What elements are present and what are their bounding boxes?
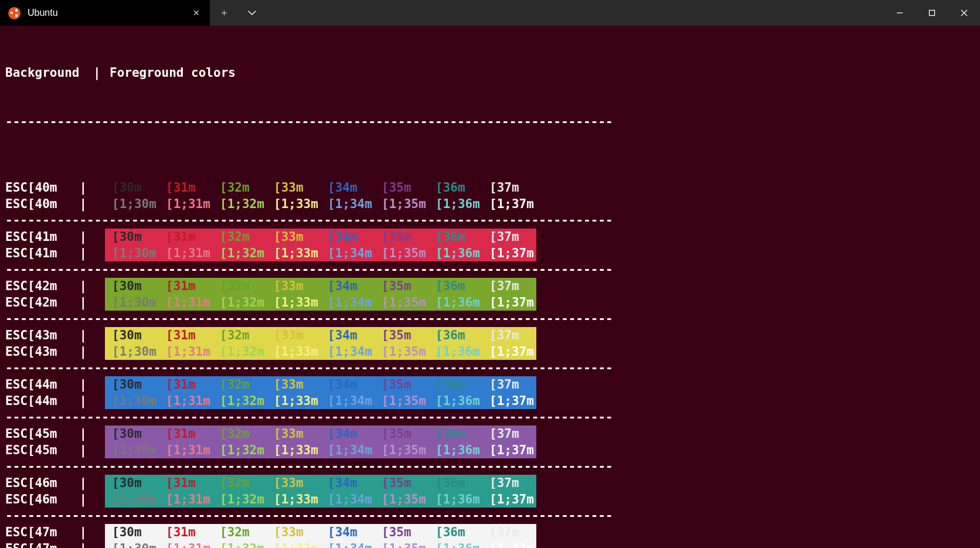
bg-strip: [30m[31m[32m[33m[34m[35m[36m[37m <box>105 524 536 540</box>
color-cell: [35m <box>375 179 428 196</box>
color-cell: [1;30m <box>105 343 159 360</box>
divider: ----------------------------------------… <box>5 311 975 327</box>
table-row: ESC[45m | [30m[31m[32m[33m[34m[35m[36m[3… <box>5 426 975 442</box>
color-cell: [1;36m <box>428 343 482 360</box>
color-cell: [1;36m <box>428 294 482 311</box>
color-cell: [37m <box>482 229 536 245</box>
color-cell: [1;36m <box>428 442 482 458</box>
color-cell: [37m <box>482 327 536 343</box>
color-cell: [35m <box>375 278 428 294</box>
color-cell: [1;35m <box>375 196 428 212</box>
color-cell: [36m <box>428 524 482 540</box>
terminal-output[interactable]: Background | Foreground colors ---------… <box>0 26 980 548</box>
color-cell: [1;32m <box>213 196 267 212</box>
color-cell: [33m <box>267 426 321 442</box>
color-cell: [33m <box>267 278 321 294</box>
divider: ----------------------------------------… <box>5 360 975 376</box>
color-cell: [1;35m <box>375 442 428 458</box>
color-cell: [32m <box>213 327 267 343</box>
color-cell: [33m <box>267 179 321 196</box>
color-cell: [1;30m <box>105 491 159 508</box>
color-cell: [33m <box>267 475 321 491</box>
bg-strip: [30m[31m[32m[33m[34m[35m[36m[37m <box>105 327 536 343</box>
color-cell: [35m <box>375 475 428 491</box>
bg-strip: [30m[31m[32m[33m[34m[35m[36m[37m <box>105 475 536 491</box>
color-cell: [1;34m <box>321 491 375 508</box>
color-cell: [1;32m <box>213 393 267 409</box>
table-row: ESC[47m | [30m[31m[32m[33m[34m[35m[36m[3… <box>5 524 975 540</box>
table-row: ESC[44m | [1;30m[1;31m[1;32m[1;33m[1;34m… <box>5 393 975 409</box>
color-cell: [1;33m <box>267 196 321 212</box>
tab-dropdown-button[interactable] <box>238 0 266 26</box>
color-cell: [30m <box>105 524 159 540</box>
color-cell: [31m <box>159 475 213 491</box>
color-cell: [1;37m <box>482 196 536 212</box>
bg-strip: [1;30m[1;31m[1;32m[1;33m[1;34m[1;35m[1;3… <box>105 245 536 261</box>
color-cell: [1;33m <box>267 442 321 458</box>
titlebar-drag-area[interactable] <box>266 0 883 26</box>
table-row: ESC[43m | [1;30m[1;31m[1;32m[1;33m[1;34m… <box>5 343 975 360</box>
color-cell: [1;37m <box>482 393 536 409</box>
tab-title: Ubuntu <box>28 5 183 21</box>
close-tab-icon[interactable]: ✕ <box>190 8 202 19</box>
table-row: ESC[46m | [1;30m[1;31m[1;32m[1;33m[1;34m… <box>5 491 975 508</box>
color-cell: [35m <box>375 327 428 343</box>
table-row: ESC[45m | [1;30m[1;31m[1;32m[1;33m[1;34m… <box>5 442 975 458</box>
color-cell: [35m <box>375 426 428 442</box>
color-cell: [34m <box>321 524 375 540</box>
row-label: ESC[47m | <box>5 540 105 548</box>
bg-strip: [1;30m[1;31m[1;32m[1;33m[1;34m[1;35m[1;3… <box>105 294 536 311</box>
color-cell: [1;32m <box>213 245 267 261</box>
color-cell: [1;31m <box>159 540 213 548</box>
minimize-button[interactable] <box>883 0 916 26</box>
maximize-button[interactable] <box>916 0 948 26</box>
color-cell: [1;36m <box>428 491 482 508</box>
color-cell: [37m <box>482 278 536 294</box>
color-cell: [34m <box>321 179 375 196</box>
bg-strip: [1;30m[1;31m[1;32m[1;33m[1;34m[1;35m[1;3… <box>105 393 536 409</box>
row-label: ESC[41m | <box>5 245 105 261</box>
table-row: ESC[46m | [30m[31m[32m[33m[34m[35m[36m[3… <box>5 475 975 491</box>
color-cell: [30m <box>105 229 159 245</box>
color-cell: [32m <box>213 278 267 294</box>
color-cell: [1;34m <box>321 393 375 409</box>
color-cell: [1;35m <box>375 540 428 548</box>
tab-ubuntu[interactable]: Ubuntu ✕ <box>0 0 210 26</box>
color-cell: [1;33m <box>267 245 321 261</box>
color-cell: [1;34m <box>321 442 375 458</box>
bg-strip: [30m[31m[32m[33m[34m[35m[36m[37m <box>105 229 536 245</box>
color-cell: [31m <box>159 229 213 245</box>
color-cell: [36m <box>428 475 482 491</box>
color-cell: [1;30m <box>105 245 159 261</box>
color-cell: [31m <box>159 179 213 196</box>
color-cell: [1;30m <box>105 540 159 548</box>
new-tab-button[interactable]: ＋ <box>210 0 238 26</box>
bg-strip: [30m[31m[32m[33m[34m[35m[36m[37m <box>105 426 536 442</box>
window-controls <box>883 0 980 26</box>
bg-strip: [1;30m[1;31m[1;32m[1;33m[1;34m[1;35m[1;3… <box>105 491 536 508</box>
divider: ----------------------------------------… <box>5 114 975 130</box>
color-cell: [1;33m <box>267 491 321 508</box>
color-cell: [1;37m <box>482 442 536 458</box>
color-cell: [37m <box>482 524 536 540</box>
color-cell: [1;35m <box>375 393 428 409</box>
color-cell: [1;35m <box>375 343 428 360</box>
color-cell: [31m <box>159 327 213 343</box>
color-cell: [31m <box>159 524 213 540</box>
color-cell: [32m <box>213 524 267 540</box>
color-cell: [1;30m <box>105 442 159 458</box>
row-label: ESC[45m | <box>5 442 105 458</box>
color-cell: [32m <box>213 229 267 245</box>
row-label: ESC[43m | <box>5 327 105 343</box>
color-table: ESC[40m | [30m[31m[32m[33m[34m[35m[36m[3… <box>5 179 975 548</box>
color-cell: [31m <box>159 426 213 442</box>
color-cell: [33m <box>267 327 321 343</box>
row-label: ESC[43m | <box>5 343 105 360</box>
color-cell: [31m <box>159 278 213 294</box>
row-label: ESC[45m | <box>5 426 105 442</box>
close-window-button[interactable] <box>948 0 980 26</box>
color-cell: [33m <box>267 376 321 393</box>
color-cell: [1;31m <box>159 442 213 458</box>
row-label: ESC[44m | <box>5 393 105 409</box>
row-label: ESC[46m | <box>5 475 105 491</box>
